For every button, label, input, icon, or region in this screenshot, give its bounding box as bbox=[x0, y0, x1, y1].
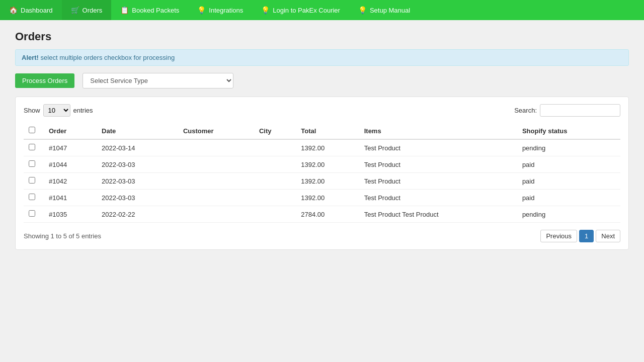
row-checkbox-1041[interactable] bbox=[29, 194, 35, 200]
cell-order-1047: #1047 bbox=[44, 139, 97, 156]
nav-icon-dashboard: 🏠 bbox=[9, 6, 18, 14]
cell-date-1044: 2022-03-03 bbox=[97, 156, 178, 173]
cell-date-1042: 2022-03-03 bbox=[97, 173, 178, 190]
nav-item-dashboard[interactable]: 🏠Dashboard bbox=[0, 0, 62, 20]
entries-label: entries bbox=[73, 107, 93, 114]
nav-item-integrations[interactable]: 💡Integrations bbox=[188, 0, 252, 20]
cell-total-1035: 2784.00 bbox=[296, 206, 359, 223]
table-row: #10352022-02-222784.00Test Product Test … bbox=[24, 206, 620, 223]
search-box: Search: bbox=[514, 104, 620, 117]
cell-items-1044: Test Product bbox=[359, 156, 517, 173]
nav-label-login-pakex: Login to PakEx Courier bbox=[273, 7, 340, 14]
col-header-3: Customer bbox=[178, 123, 254, 139]
main-nav: 🏠Dashboard🛒Orders📋Booked Packets💡Integra… bbox=[0, 0, 644, 20]
table-controls: Show 102550100 entries Search: bbox=[24, 104, 620, 117]
nav-item-login-pakex[interactable]: 💡Login to PakEx Courier bbox=[252, 0, 349, 20]
cell-total-1044: 1392.00 bbox=[296, 156, 359, 173]
cell-date-1041: 2022-03-03 bbox=[97, 190, 178, 206]
showing-text: Showing 1 to 5 of 5 entries bbox=[24, 232, 101, 240]
page-title: Orders bbox=[15, 30, 629, 43]
service-type-select[interactable]: Select Service Type bbox=[83, 73, 233, 88]
page-1-button[interactable]: 1 bbox=[579, 230, 594, 242]
cell-city-1041 bbox=[254, 190, 296, 206]
cell-date-1047: 2022-03-14 bbox=[97, 139, 178, 156]
table-row: #10472022-03-141392.00Test Productpendin… bbox=[24, 139, 620, 156]
nav-item-setup-manual[interactable]: 💡Setup Manual bbox=[349, 0, 419, 20]
cell-customer-1042 bbox=[178, 173, 254, 190]
col-header-2: Date bbox=[97, 123, 178, 139]
nav-label-setup-manual: Setup Manual bbox=[370, 7, 410, 14]
cell-total-1047: 1392.00 bbox=[296, 139, 359, 156]
row-checkbox-1047[interactable] bbox=[29, 144, 35, 150]
nav-icon-orders: 🛒 bbox=[71, 6, 79, 14]
nav-icon-booked-packets: 📋 bbox=[120, 6, 129, 14]
table-footer: Showing 1 to 5 of 5 entries Previous 1 N… bbox=[24, 230, 620, 242]
nav-label-booked-packets: Booked Packets bbox=[132, 7, 179, 14]
header-row: OrderDateCustomerCityTotalItemsShopify s… bbox=[24, 123, 620, 139]
show-label: Show bbox=[24, 107, 40, 114]
col-header-5: Total bbox=[296, 123, 359, 139]
nav-item-booked-packets[interactable]: 📋Booked Packets bbox=[111, 0, 188, 20]
table-header: OrderDateCustomerCityTotalItemsShopify s… bbox=[24, 123, 620, 139]
cell-order-1035: #1035 bbox=[44, 206, 97, 223]
select-all-checkbox[interactable] bbox=[29, 127, 35, 133]
cell-city-1047 bbox=[254, 139, 296, 156]
col-header-4: City bbox=[254, 123, 296, 139]
cell-customer-1047 bbox=[178, 139, 254, 156]
nav-icon-setup-manual: 💡 bbox=[358, 6, 367, 14]
orders-table: OrderDateCustomerCityTotalItemsShopify s… bbox=[24, 123, 620, 223]
alert-message: select multiple orders checkbox for proc… bbox=[41, 54, 175, 61]
table-row: #10442022-03-031392.00Test Productpaid bbox=[24, 156, 620, 173]
orders-table-wrapper: Show 102550100 entries Search: OrderDate… bbox=[15, 97, 629, 250]
cell-date-1035: 2022-02-22 bbox=[97, 206, 178, 223]
table-row: #10422022-03-031392.00Test Productpaid bbox=[24, 173, 620, 190]
cell-city-1035 bbox=[254, 206, 296, 223]
cell-city-1042 bbox=[254, 173, 296, 190]
cell-status-1041: paid bbox=[517, 190, 620, 206]
nav-label-orders: Orders bbox=[83, 7, 103, 14]
cell-status-1044: paid bbox=[517, 156, 620, 173]
cell-customer-1041 bbox=[178, 190, 254, 206]
col-header-6: Items bbox=[359, 123, 517, 139]
alert-prefix: Alert! bbox=[22, 54, 39, 61]
nav-item-orders[interactable]: 🛒Orders bbox=[62, 0, 112, 20]
nav-label-integrations: Integrations bbox=[209, 7, 243, 14]
nav-icon-login-pakex: 💡 bbox=[261, 6, 270, 14]
cell-order-1041: #1041 bbox=[44, 190, 97, 206]
cell-customer-1035 bbox=[178, 206, 254, 223]
process-orders-button[interactable]: Process Orders bbox=[15, 73, 74, 88]
nav-icon-integrations: 💡 bbox=[197, 6, 206, 14]
cell-order-1042: #1042 bbox=[44, 173, 97, 190]
search-label: Search: bbox=[514, 107, 537, 114]
col-header-1: Order bbox=[44, 123, 97, 139]
alert-bar: Alert! select multiple orders checkbox f… bbox=[15, 49, 629, 66]
col-header-0 bbox=[24, 123, 44, 139]
row-checkbox-1035[interactable] bbox=[29, 210, 35, 217]
col-header-7: Shopify status bbox=[517, 123, 620, 139]
cell-customer-1044 bbox=[178, 156, 254, 173]
cell-items-1047: Test Product bbox=[359, 139, 517, 156]
cell-total-1042: 1392.00 bbox=[296, 173, 359, 190]
show-entries-control: Show 102550100 entries bbox=[24, 104, 93, 117]
table-row: #10412022-03-031392.00Test Productpaid bbox=[24, 190, 620, 206]
cell-items-1041: Test Product bbox=[359, 190, 517, 206]
cell-status-1035: pending bbox=[517, 206, 620, 223]
search-input[interactable] bbox=[540, 104, 620, 117]
pagination: Previous 1 Next bbox=[540, 230, 620, 242]
entries-select[interactable]: 102550100 bbox=[43, 104, 70, 117]
row-checkbox-1042[interactable] bbox=[29, 177, 35, 184]
previous-page-button[interactable]: Previous bbox=[540, 230, 577, 242]
cell-order-1044: #1044 bbox=[44, 156, 97, 173]
cell-items-1042: Test Product bbox=[359, 173, 517, 190]
table-body: #10472022-03-141392.00Test Productpendin… bbox=[24, 139, 620, 223]
next-page-button[interactable]: Next bbox=[596, 230, 620, 242]
toolbar: Process Orders Select Service Type bbox=[15, 73, 629, 88]
row-checkbox-1044[interactable] bbox=[29, 160, 35, 167]
cell-status-1042: paid bbox=[517, 173, 620, 190]
nav-label-dashboard: Dashboard bbox=[21, 7, 53, 14]
cell-items-1035: Test Product Test Product bbox=[359, 206, 517, 223]
cell-total-1041: 1392.00 bbox=[296, 190, 359, 206]
cell-status-1047: pending bbox=[517, 139, 620, 156]
cell-city-1044 bbox=[254, 156, 296, 173]
